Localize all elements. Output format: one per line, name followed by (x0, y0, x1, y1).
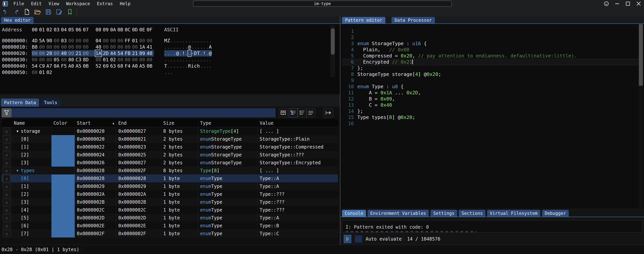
pattern-color-swatch[interactable] (52, 198, 75, 206)
hex-ascii-char[interactable]: . (200, 63, 203, 69)
pattern-editor-code-area[interactable]: 123enum StorageType : u16 {4 Plain, // 0… (340, 24, 644, 208)
view-tree-values-icon[interactable] (289, 108, 298, 117)
tab-data-processor[interactable]: Data Processor (392, 17, 435, 24)
hex-byte[interactable]: F5 (61, 63, 67, 69)
hex-byte[interactable]: 05 (54, 57, 60, 63)
table-row[interactable]: ☆[3]0x000000260x000000272 bytesenum Stor… (2, 159, 338, 167)
feedback-smiley-icon[interactable] (601, 0, 612, 7)
hex-ascii-char[interactable]: D (194, 50, 197, 57)
menu-item-help[interactable]: Help (120, 1, 130, 6)
hex-ascii-char[interactable]: . (203, 44, 206, 50)
hex-byte[interactable]: 04 (96, 38, 102, 44)
hex-ascii-char[interactable]: . (170, 69, 173, 76)
table-row[interactable]: ☆[1]0x000000220x000000232 bytesenum Stor… (2, 143, 338, 151)
hex-ascii-char[interactable]: . (173, 50, 176, 57)
hex-ascii-char[interactable]: . (188, 38, 191, 44)
hex-byte[interactable]: 90 (46, 38, 52, 44)
favorite-star-icon[interactable]: ☆ (3, 175, 10, 182)
hex-byte[interactable]: A7 (46, 63, 52, 69)
hex-byte[interactable]: 00 (103, 44, 109, 50)
maximize-button[interactable] (622, 0, 633, 7)
pattern-color-swatch[interactable] (52, 182, 75, 190)
hex-byte[interactable]: 5A (39, 38, 45, 44)
favorite-star-icon[interactable]: ☆ (3, 198, 10, 206)
hex-ascii-char[interactable]: . (170, 57, 173, 63)
hex-ascii-char[interactable]: i (191, 63, 194, 69)
hex-ascii-char[interactable]: . (176, 63, 179, 69)
code-line[interactable]: 7}; (342, 65, 639, 71)
hex-ascii-char[interactable]: . (188, 50, 191, 57)
hex-byte[interactable]: 00 (39, 57, 45, 63)
hex-byte[interactable]: 1A (139, 44, 145, 50)
tab-sections[interactable]: Sections (459, 210, 486, 217)
editor-scrollbar[interactable] (639, 24, 643, 208)
favorite-star-icon[interactable]: ☆ (3, 143, 10, 151)
hex-ascii-char[interactable]: . (194, 57, 197, 63)
hex-ascii-char[interactable]: . (164, 69, 167, 76)
hex-ascii-char[interactable]: . (179, 50, 182, 57)
hex-byte[interactable]: 00 (117, 38, 123, 44)
hex-ascii-char[interactable]: . (209, 57, 212, 63)
code-line[interactable]: 8StorageType storage[4] @0x20; (342, 71, 639, 77)
hex-byte[interactable]: 00 (54, 44, 60, 50)
hex-ascii-char[interactable]: . (170, 63, 173, 69)
hex-ascii-char[interactable]: . (194, 44, 197, 50)
hex-byte[interactable]: 09 (139, 50, 145, 57)
hex-ascii-char[interactable]: T (197, 50, 200, 57)
menu-item-view[interactable]: View (48, 1, 59, 6)
hex-byte[interactable]: 00 (117, 44, 123, 50)
hex-ascii-char[interactable]: . (167, 50, 170, 57)
code-line[interactable]: 5 Compressed = 0x20, // pay attention to… (342, 53, 639, 59)
favorite-star-icon[interactable]: ☆ (3, 128, 10, 135)
hex-byte[interactable]: 54 (117, 50, 123, 57)
table-row[interactable]: ☆▼types0x000000280x0000002F8 bytesType[8… (2, 167, 338, 174)
hex-byte[interactable]: 40 (146, 50, 152, 57)
code-line[interactable]: 3enum StorageType : u16 { (342, 41, 639, 47)
hex-ascii-char[interactable]: . (206, 50, 209, 57)
hex-byte[interactable]: 02 (46, 69, 52, 76)
table-row[interactable]: ☆[4]0x0000002C0x0000002C1 byteenum TypeT… (2, 206, 338, 214)
hex-byte[interactable]: 00 (139, 38, 145, 44)
hex-byte[interactable]: 00 (146, 38, 152, 44)
hex-ascii-char[interactable]: . (185, 44, 188, 50)
hex-byte[interactable]: 00 (96, 57, 102, 63)
hex-ascii-char[interactable]: @ (209, 50, 212, 57)
table-row[interactable]: ☆[2]0x000000240x000000252 bytesenum Stor… (2, 151, 338, 159)
code-line[interactable]: 13 C = 0x40 (342, 102, 639, 108)
hex-byte[interactable]: 00 (39, 50, 45, 57)
hex-byte[interactable]: 80 (68, 57, 74, 63)
code-line[interactable]: 16 (342, 120, 639, 127)
hex-ascii-char[interactable]: . (176, 38, 179, 44)
hex-ascii-char[interactable]: . (206, 44, 209, 50)
pattern-color-swatch[interactable] (52, 222, 75, 229)
hex-byte[interactable]: 01 (39, 69, 45, 76)
hex-byte[interactable]: 00 (117, 57, 123, 63)
code-line[interactable]: 14}; (342, 108, 639, 114)
hex-byte[interactable]: 00 (46, 57, 52, 63)
favorite-star-icon[interactable]: ☆ (3, 191, 10, 198)
hex-ascii-char[interactable]: Z (167, 38, 170, 44)
tab-console[interactable]: Console (342, 210, 366, 217)
hex-byte[interactable]: 2D (103, 50, 109, 57)
hex-byte[interactable]: 02 (110, 57, 116, 63)
hex-byte[interactable]: 00 (61, 57, 67, 63)
favorite-star-icon[interactable]: ☆ (3, 214, 10, 221)
hex-byte[interactable]: 00 (110, 38, 116, 44)
hex-ascii-char[interactable]: . (209, 38, 212, 44)
table-row[interactable]: ☆[0]0x000000280x000000281 byteenum TypeT… (2, 174, 338, 182)
redo-icon[interactable] (11, 8, 22, 16)
column-header-start[interactable]: Start▲ (75, 119, 116, 127)
hex-byte[interactable]: 00 (103, 38, 109, 44)
minimize-button[interactable] (612, 0, 622, 7)
favorite-star-icon[interactable]: ☆ (3, 167, 10, 174)
hex-byte[interactable]: 1A (96, 50, 102, 57)
hex-ascii-char[interactable]: . (206, 57, 209, 63)
pattern-color-swatch[interactable] (52, 159, 75, 167)
hex-ascii-char[interactable]: . (188, 57, 191, 63)
hex-byte[interactable]: 69 (103, 63, 109, 69)
hex-ascii-char[interactable]: . (176, 57, 179, 63)
hex-ascii-char[interactable]: M (164, 38, 167, 44)
column-header-value[interactable]: Value (258, 119, 338, 127)
auto-evaluate-checkbox[interactable] (355, 235, 362, 243)
tab-debugger[interactable]: Debugger (542, 210, 569, 217)
